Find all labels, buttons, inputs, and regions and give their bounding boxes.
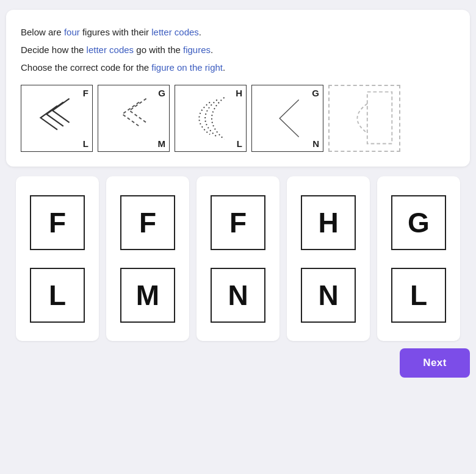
figure-2: G M <box>98 85 170 152</box>
answer-5-bottom-letter: L <box>391 268 446 323</box>
instruction-line-2: Decide how the letter codes go with the … <box>21 45 455 55</box>
answer-1-top-letter: F <box>30 195 85 250</box>
answer-4-top-letter: H <box>301 195 356 250</box>
answer-4-bottom-letter: N <box>301 268 356 323</box>
answer-5-top-letter: G <box>391 195 446 250</box>
answer-card-4[interactable]: H N <box>287 176 370 341</box>
answer-card-3[interactable]: F N <box>197 176 279 341</box>
question-card: Below are four figures with their letter… <box>6 10 470 167</box>
instruction-line-1: Below are four figures with their letter… <box>21 27 455 37</box>
next-button-container: Next <box>6 348 470 378</box>
svg-rect-0 <box>367 92 392 144</box>
figure-3: H L <box>175 85 247 152</box>
answer-card-2[interactable]: F M <box>106 176 189 341</box>
figure-1: F L <box>21 85 93 152</box>
figure-4: G N <box>251 85 323 152</box>
answer-3-top-letter: F <box>211 195 265 250</box>
next-button[interactable]: Next <box>400 348 470 378</box>
answers-row: F L F M F N H N G L <box>6 176 470 341</box>
instruction-line-3: Choose the correct code for the figure o… <box>21 62 455 73</box>
answer-card-5[interactable]: G L <box>377 176 460 341</box>
figure-5-question <box>328 85 400 152</box>
answer-3-bottom-letter: N <box>211 268 265 323</box>
answer-2-top-letter: F <box>120 195 175 250</box>
answer-1-bottom-letter: L <box>30 268 85 323</box>
instructions-block: Below are four figures with their letter… <box>21 27 455 73</box>
answer-2-bottom-letter: M <box>120 268 175 323</box>
figures-row: F L G M H L <box>21 85 455 152</box>
answer-card-1[interactable]: F L <box>16 176 99 341</box>
